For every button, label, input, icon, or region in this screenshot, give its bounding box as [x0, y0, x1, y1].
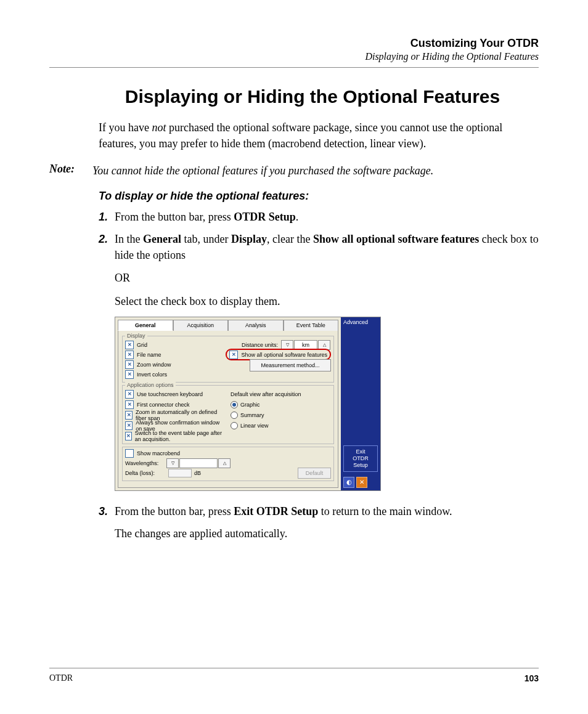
chapter-title: Customizing Your OTDR — [49, 37, 539, 50]
label-file-name: File name — [137, 352, 161, 358]
step3-applied: The changes are applied automatically. — [115, 525, 539, 542]
label-grid: Grid — [137, 342, 147, 348]
tab-bar: General Acquisition Analysis Event Table — [118, 320, 338, 331]
step2-bold3: Show all optional software features — [313, 233, 479, 245]
step2-select-line: Select the check box to display them. — [115, 293, 539, 309]
settings-main-panel: General Acquisition Analysis Event Table… — [115, 317, 341, 490]
close-icon[interactable]: ✕ — [356, 477, 367, 488]
main-heading: Displaying or Hiding the Optional Featur… — [86, 86, 539, 107]
side-panel: Advanced Exit OTDR Setup ◐ ✕ — [341, 317, 380, 490]
intro-text-1: If you have — [99, 121, 152, 134]
step3-bold1: Exit OTDR Setup — [234, 505, 318, 517]
radio-linear-view[interactable] — [231, 422, 238, 429]
exit-otdr-setup-button[interactable]: Exit OTDR Setup — [343, 445, 378, 471]
wavelength-down-button[interactable]: ▽ — [166, 458, 179, 468]
footer-left: OTDR — [49, 673, 73, 683]
group-display-title: Display — [125, 333, 147, 339]
tab-general[interactable]: General — [118, 320, 173, 331]
note-body: You cannot hide the optional features if… — [92, 163, 433, 179]
label-distance-units: Distance units: — [242, 342, 278, 348]
label-delta-loss: Delta (loss): — [125, 470, 166, 476]
measurement-method-button[interactable]: Measurement method... — [250, 359, 331, 371]
step2-or: OR — [115, 270, 539, 286]
step1-text2: . — [296, 211, 299, 223]
step2-bold1: General — [143, 233, 181, 245]
label-invert-colors: Invert colors — [137, 371, 167, 378]
tab-analysis[interactable]: Analysis — [228, 320, 284, 331]
wavelength-value — [179, 458, 218, 468]
step-number: 1. — [99, 209, 115, 225]
label-zoom-window: Zoom window — [137, 362, 171, 368]
page-footer: OTDR 103 — [49, 668, 539, 683]
wavelength-up-button[interactable]: △ — [218, 458, 231, 468]
checkbox-file-name[interactable] — [125, 351, 134, 359]
note-block: Note: You cannot hide the optional featu… — [49, 163, 539, 179]
note-label: Note: — [49, 163, 92, 179]
step1-text1: From the button bar, press — [115, 211, 234, 223]
group-app-options-title: Application options — [125, 382, 176, 388]
step-list-continued: 3. From the button bar, press Exit OTDR … — [99, 503, 539, 519]
step2-text3: , clear the — [267, 233, 313, 245]
group-macrobend: Show macrobend Wavelengths: ▽ △ Delta (l… — [122, 447, 334, 481]
label-db: dB — [194, 470, 201, 476]
label-show-macrobend: Show macrobend — [137, 450, 180, 456]
settings-screenshot: General Acquisition Analysis Event Table… — [115, 317, 381, 491]
step2-text2: tab, under — [181, 233, 231, 245]
radio-summary[interactable] — [231, 412, 238, 419]
procedure-heading: To display or hide the optional features… — [99, 190, 539, 203]
checkbox-first-connector[interactable] — [125, 400, 134, 409]
checkbox-always-confirm[interactable] — [125, 421, 133, 430]
checkbox-zoom-auto[interactable] — [125, 411, 133, 420]
checkbox-use-touchscreen[interactable] — [125, 390, 134, 399]
step-list: 1. From the button bar, press OTDR Setup… — [99, 209, 539, 263]
checkbox-invert-colors[interactable] — [125, 370, 134, 379]
radio-graphic[interactable] — [231, 401, 238, 408]
footer-page-number: 103 — [525, 673, 539, 683]
header-rule — [49, 67, 539, 68]
checkbox-switch-event-table[interactable] — [125, 432, 132, 440]
label-summary: Summary — [240, 412, 264, 418]
label-linear-view: Linear view — [240, 423, 269, 429]
step2-bold2: Display — [231, 233, 267, 245]
label-wavelengths: Wavelengths: — [125, 460, 166, 466]
tab-body: Display Grid Distance units: ▽ km △ — [118, 330, 338, 488]
checkbox-show-macrobend[interactable] — [125, 449, 134, 458]
label-default-view: Default view after acquisition — [231, 391, 301, 397]
side-advanced-label[interactable]: Advanced — [341, 317, 380, 327]
step-3: 3. From the button bar, press Exit OTDR … — [99, 503, 539, 519]
delta-loss-input[interactable] — [168, 469, 192, 477]
step-1: 1. From the button bar, press OTDR Setup… — [99, 209, 539, 225]
label-use-touchscreen: Use touchscreen keyboard — [137, 391, 203, 397]
exit-line2: OTDR Setup — [345, 455, 376, 469]
exit-line1: Exit — [345, 448, 376, 455]
checkbox-zoom-window[interactable] — [125, 360, 134, 369]
help-icon[interactable]: ◐ — [343, 477, 354, 488]
label-graphic: Graphic — [240, 402, 260, 408]
section-title: Displaying or Hiding the Optional Featur… — [49, 51, 539, 62]
intro-not: not — [152, 121, 166, 134]
tab-acquisition[interactable]: Acquisition — [173, 320, 229, 331]
step-number: 3. — [99, 503, 115, 519]
label-switch-event-table: Switch to the event table page after an … — [135, 430, 226, 442]
tab-event-table[interactable]: Event Table — [284, 320, 339, 331]
default-button[interactable]: Default — [298, 468, 331, 479]
group-application-options: Application options Use touchscreen keyb… — [122, 385, 334, 444]
step3-text1: From the button bar, press — [115, 505, 234, 517]
group-display: Display Grid Distance units: ▽ km △ — [122, 336, 334, 383]
page-header: Customizing Your OTDR Displaying or Hidi… — [49, 37, 539, 62]
step-number: 2. — [99, 231, 115, 263]
checkbox-show-all-optional[interactable] — [229, 351, 238, 359]
step1-bold1: OTDR Setup — [234, 211, 296, 223]
label-first-connector: First connector check — [137, 402, 190, 408]
intro-paragraph: If you have not purchased the optional s… — [99, 120, 539, 152]
step3-text2: to return to the main window. — [318, 505, 452, 517]
label-show-all-optional: Show all optional software features — [241, 352, 327, 358]
checkbox-grid[interactable] — [125, 341, 134, 349]
step2-text1: In the — [115, 233, 143, 245]
step-2: 2. In the General tab, under Display, cl… — [99, 231, 539, 263]
